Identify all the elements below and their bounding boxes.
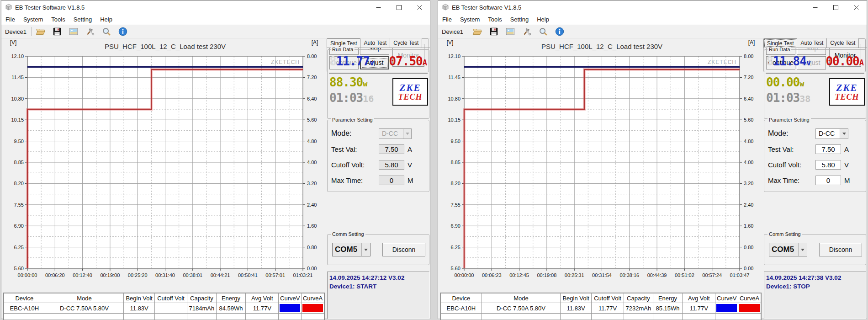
menu-help[interactable]: Help xyxy=(96,15,116,24)
amp-value: 00.00 xyxy=(826,54,859,68)
run-data-group: Run Data 811.84v 00.00A 00.00w 01:0338 Z… xyxy=(764,49,866,119)
zketech-logo: ZKE TECH xyxy=(829,78,865,106)
image-icon[interactable] xyxy=(505,26,516,37)
window-title: EB Tester Software V1.8.5 xyxy=(15,4,85,11)
save-icon[interactable] xyxy=(52,26,63,37)
table-header-avg-volt: Avg Volt xyxy=(246,293,279,303)
window-title: EB Tester Software V1.8.5 xyxy=(452,4,521,11)
time-seconds: 16 xyxy=(363,93,374,104)
app-cube-icon xyxy=(5,4,12,11)
comm-setting-group: Comm Setting COM5 Disconn xyxy=(764,234,866,265)
close-icon[interactable] xyxy=(409,1,430,14)
menu-setting[interactable]: Setting xyxy=(69,15,96,24)
menu-file[interactable]: File xyxy=(438,15,456,24)
disconnect-button[interactable]: Disconn xyxy=(382,243,425,256)
svg-text:2.40: 2.40 xyxy=(307,202,317,208)
table-empty-row xyxy=(441,314,761,320)
chevron-down-icon[interactable] xyxy=(361,243,370,256)
svg-text:01:03:21: 01:03:21 xyxy=(293,272,313,278)
svg-text:00:57:24: 00:57:24 xyxy=(702,272,722,278)
cutoff-volt-unit: V xyxy=(844,161,849,169)
menu-file[interactable]: File xyxy=(1,15,19,24)
tab-cycle-test[interactable]: Cycle Test xyxy=(390,38,422,48)
close-icon[interactable] xyxy=(846,1,867,14)
table-header-device: Device xyxy=(4,293,45,303)
maximize-icon[interactable] xyxy=(826,1,846,14)
com-port-select[interactable]: COM5 xyxy=(769,243,807,256)
tab-single-test[interactable]: Single Test xyxy=(763,38,797,48)
curve-v-swatch xyxy=(715,303,738,313)
search-icon[interactable] xyxy=(101,26,112,37)
max-time-input[interactable]: 0 xyxy=(815,176,841,185)
menu-tools[interactable]: Tools xyxy=(484,15,506,24)
svg-text:00:31:40: 00:31:40 xyxy=(155,272,175,278)
max-time-input[interactable]: 0 xyxy=(379,176,404,185)
image-icon[interactable] xyxy=(68,26,79,37)
svg-text:8.00: 8.00 xyxy=(744,53,753,59)
max-time-label: Max Time: xyxy=(768,176,815,184)
toolbar-separator xyxy=(468,27,468,36)
table-header-avg-volt: Avg Volt xyxy=(683,293,715,303)
tab-cycle-test[interactable]: Cycle Test xyxy=(827,38,859,48)
chart-zone: 12.108.0000:00:0011.457.2000:06:2010.806… xyxy=(1,38,326,289)
volt-unit: v xyxy=(806,58,811,67)
search-icon[interactable] xyxy=(538,26,549,37)
table-header-capacity: Capacity xyxy=(187,293,216,303)
svg-text:7.20: 7.20 xyxy=(744,75,753,80)
tools-icon[interactable] xyxy=(521,26,532,37)
tab-single-test[interactable]: Single Test xyxy=(327,38,360,48)
svg-text:9.50: 9.50 xyxy=(451,139,460,144)
status-log: 14.09.2025 14:27:38 V3.02 Device1: STOP xyxy=(764,272,866,319)
svg-text:6.90: 6.90 xyxy=(14,223,24,229)
maximize-icon[interactable] xyxy=(389,1,409,14)
amp-value: 07.50 xyxy=(389,54,422,68)
watt-display: 00.00w xyxy=(766,75,810,89)
cutoff-volt-input[interactable]: 5.80 xyxy=(379,160,404,170)
svg-text:6.25: 6.25 xyxy=(14,245,24,250)
window-right: EB Tester Software V1.8.5 File System To… xyxy=(438,0,867,319)
comm-row: COM5 Disconn xyxy=(769,243,862,256)
test-val-input[interactable]: 7.50 xyxy=(379,144,404,154)
menu-setting[interactable]: Setting xyxy=(506,15,533,24)
tab-auto-test[interactable]: Auto Test xyxy=(797,38,827,48)
menu-system[interactable]: System xyxy=(19,15,47,24)
svg-text:3.20: 3.20 xyxy=(744,181,753,186)
amp-unit: A xyxy=(859,58,864,67)
save-icon[interactable] xyxy=(488,26,499,37)
disconnect-button[interactable]: Disconn xyxy=(819,243,862,256)
cutoff-volt-input[interactable]: 5.80 xyxy=(815,160,841,170)
mode-select[interactable]: D-CC xyxy=(815,128,848,139)
open-folder-icon[interactable] xyxy=(35,26,46,37)
logo-line2: TECH xyxy=(398,93,422,101)
desktop: EB Tester Software V1.8.5 File System To… xyxy=(0,0,868,320)
test-val-input[interactable]: 7.50 xyxy=(815,144,841,154)
info-icon[interactable] xyxy=(117,26,128,37)
com-port-select[interactable]: COM5 xyxy=(332,243,370,256)
table-cell: 11.83V xyxy=(124,303,155,314)
tab-auto-test[interactable]: Auto Test xyxy=(360,38,390,48)
open-folder-icon[interactable] xyxy=(472,26,483,37)
svg-text:10.15: 10.15 xyxy=(11,117,24,123)
info-icon[interactable] xyxy=(554,26,565,37)
time-main: 01:03 xyxy=(766,91,799,105)
menu-system[interactable]: System xyxy=(456,15,484,24)
mode-select[interactable]: D-CC xyxy=(379,128,412,139)
tools-icon[interactable] xyxy=(85,26,95,37)
menu-tools[interactable]: Tools xyxy=(47,15,69,24)
chevron-down-icon[interactable] xyxy=(840,129,848,139)
chevron-down-icon[interactable] xyxy=(403,129,411,139)
svg-text:7.55: 7.55 xyxy=(451,202,460,208)
svg-text:5.60: 5.60 xyxy=(307,117,317,123)
logo-line2: TECH xyxy=(835,93,859,101)
svg-text:1.60: 1.60 xyxy=(744,223,753,229)
menu-help[interactable]: Help xyxy=(533,15,553,24)
svg-text:7.20: 7.20 xyxy=(307,75,317,80)
svg-text:00:19:08: 00:19:08 xyxy=(537,272,556,278)
load-test-chart: 12.108.0000:00:0011.457.2000:06:2310.806… xyxy=(438,38,762,289)
chevron-down-icon[interactable] xyxy=(798,243,807,256)
minimize-icon[interactable] xyxy=(805,1,826,14)
test-val-row: Test Val: 7.50 A xyxy=(331,143,426,155)
svg-text:[V]: [V] xyxy=(447,39,454,46)
svg-text:11.45: 11.45 xyxy=(448,75,460,80)
minimize-icon[interactable] xyxy=(368,1,389,14)
